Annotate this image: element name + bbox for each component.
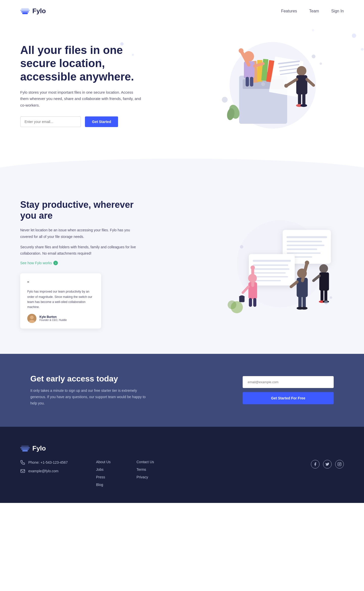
hero-illustration (192, 37, 344, 133)
svg-rect-70 (253, 298, 256, 307)
hero-email-input[interactable] (20, 116, 81, 127)
svg-rect-82 (319, 273, 329, 291)
twitter-icon[interactable] (323, 460, 332, 468)
svg-rect-0 (20, 10, 30, 11)
footer-link-privacy[interactable]: Privacy (136, 475, 162, 479)
cta-title: Get early access today (30, 374, 147, 383)
footer-logo-text: Fylo (32, 444, 46, 452)
hero-form: Get Started (20, 116, 142, 127)
footer-logo[interactable]: Fylo (20, 444, 344, 452)
svg-point-40 (300, 104, 307, 107)
hero-description: Fylo stores your most important files in… (20, 89, 142, 109)
email-icon (20, 468, 25, 474)
footer-link-terms[interactable]: Terms (136, 467, 162, 472)
twitter-svg (325, 462, 329, 466)
see-how-link-text: See how Fylo works (20, 261, 52, 265)
svg-rect-69 (249, 298, 252, 307)
facebook-svg (313, 462, 317, 466)
svg-rect-3 (21, 8, 29, 10)
testimonial-quote-mark: “ (27, 280, 94, 286)
testimonial-card: “ Fylo has improved our team productivit… (20, 273, 101, 329)
svg-rect-93 (20, 447, 30, 449)
phone-icon (20, 460, 25, 465)
nav-signin[interactable]: Sign In (331, 9, 344, 13)
footer-link-contact[interactable]: Contact Us (136, 460, 162, 464)
footer: Fylo Phone: +1-543-123-4567 example@fylo… (0, 427, 364, 503)
see-how-link[interactable]: See how Fylo works (20, 261, 142, 265)
svg-point-80 (301, 307, 308, 310)
footer-phone: Phone: +1-543-123-4567 (28, 460, 68, 464)
svg-rect-96 (21, 445, 29, 447)
hero-section: All your files in one secure location, a… (0, 22, 364, 159)
footer-col-2: Contact Us Terms Privacy (136, 460, 162, 483)
svg-point-91 (330, 296, 332, 299)
footer-social (311, 460, 344, 468)
cta-description: It only takes a minute to sign up and ou… (30, 388, 147, 407)
svg-point-28 (239, 48, 243, 53)
productive-illustration-svg (202, 211, 344, 317)
svg-point-32 (297, 66, 306, 76)
svg-point-43 (222, 97, 228, 103)
svg-point-99 (339, 464, 340, 465)
hero-title: All your files in one secure location, a… (20, 44, 142, 84)
svg-rect-37 (298, 93, 301, 105)
nav-team[interactable]: Team (309, 9, 319, 13)
cta-form: Get Started For Free (243, 376, 334, 404)
footer-link-blog[interactable]: Blog (96, 483, 121, 487)
productive-desc1: Never let location be an issue when acce… (20, 227, 142, 240)
facebook-icon[interactable] (311, 460, 320, 468)
footer-bottom: Phone: +1-543-123-4567 example@fylo.com … (20, 460, 344, 490)
svg-rect-77 (298, 296, 302, 308)
footer-logo-icon (20, 445, 30, 452)
svg-rect-30 (246, 77, 249, 87)
footer-link-jobs[interactable]: Jobs (96, 467, 121, 472)
wave-divider (0, 159, 364, 174)
logo[interactable]: Fylo (20, 7, 46, 15)
testimonial-avatar (27, 314, 36, 323)
testimonial-author: Kyle Burton Founder & CEO, Huddle (27, 314, 94, 323)
svg-point-13 (261, 82, 265, 86)
svg-rect-78 (302, 296, 306, 308)
svg-point-9 (312, 29, 314, 31)
svg-point-35 (284, 84, 288, 88)
see-how-link-icon (53, 261, 58, 265)
svg-point-81 (319, 264, 328, 273)
cta-submit-button[interactable]: Get Started For Free (243, 392, 334, 404)
footer-link-press[interactable]: Press (96, 475, 121, 479)
svg-point-67 (251, 266, 255, 270)
footer-col-1: About Us Jobs Press Blog (96, 460, 121, 490)
productive-desc2: Securely share files and folders with fr… (20, 244, 142, 257)
svg-rect-95 (22, 450, 28, 452)
productive-illustration (202, 211, 344, 317)
footer-link-about[interactable]: About Us (96, 460, 121, 464)
svg-rect-98 (338, 463, 341, 466)
cta-email-input[interactable] (243, 376, 334, 388)
navbar: Fylo Features Team Sign In (0, 0, 364, 22)
svg-rect-31 (250, 77, 253, 87)
cta-content: Get early access today It only takes a m… (30, 374, 147, 407)
svg-rect-71 (239, 296, 244, 302)
productive-section: Stay productive, wherever you are Never … (0, 174, 364, 354)
hero-content: All your files in one secure location, a… (20, 44, 142, 127)
productive-content: Stay productive, wherever you are Never … (20, 199, 142, 329)
instagram-svg (337, 462, 342, 466)
svg-rect-2 (22, 13, 28, 14)
svg-point-44 (312, 54, 315, 58)
svg-rect-38 (302, 93, 305, 105)
svg-point-92 (240, 245, 243, 249)
svg-point-7 (352, 33, 356, 38)
nav-links: Features Team Sign In (281, 9, 344, 13)
hero-illustration-svg (192, 37, 344, 133)
svg-point-47 (30, 316, 34, 319)
footer-contact: Phone: +1-543-123-4567 example@fylo.com (20, 460, 76, 477)
svg-point-90 (324, 300, 328, 304)
instagram-icon[interactable] (335, 460, 344, 468)
svg-rect-84 (321, 289, 323, 301)
hero-cta-button[interactable]: Get Started (85, 116, 118, 127)
svg-rect-85 (324, 289, 327, 301)
nav-features[interactable]: Features (281, 9, 297, 13)
testimonial-author-info: Kyle Burton Founder & CEO, Huddle (39, 315, 67, 321)
svg-point-89 (228, 300, 236, 309)
svg-rect-97 (21, 470, 25, 473)
svg-point-45 (320, 63, 322, 65)
